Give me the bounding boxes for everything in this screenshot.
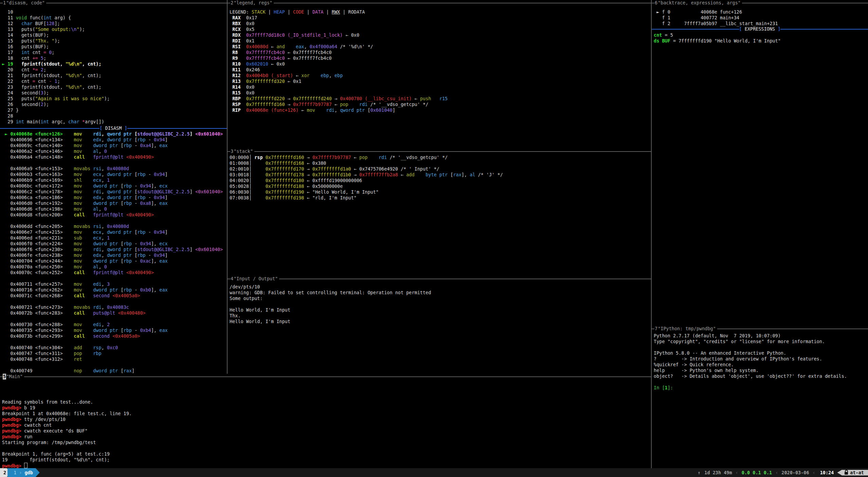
pane-number: 1 xyxy=(3,0,6,6)
expressions-section-label: EXPRESSIONS xyxy=(745,26,775,32)
pane-legend-regs[interactable]: 2"legend, regs" LEGEND: STACK | HEAP | C… xyxy=(228,0,651,148)
source-code-listing: 10 11 void func(int arg) { 12 char BUF[1… xyxy=(2,9,227,125)
gdb-console-output: Reading symbols from test...done.pwndbg>… xyxy=(2,399,651,468)
status-separator-icon: ‹ xyxy=(774,470,779,476)
uptime-arrow-icon: ↑ xyxy=(695,470,702,476)
pane-title: "IPython: tmp/pwndbg" xyxy=(658,326,717,332)
backtrace-frames: ► f 0 40068e func+126 f 1 400772 main+34… xyxy=(654,9,868,26)
status-time: 10:24 xyxy=(817,470,837,476)
disasm-section-divider: [ DISASM ] xyxy=(0,125,227,131)
pane-title: "stack" xyxy=(234,148,254,154)
status-separator-icon: ‹ xyxy=(811,470,817,476)
pane-number: 7 xyxy=(654,326,658,332)
pane-ipython[interactable]: 7"IPython: tmp/pwndbg" Python 2.7.17 (de… xyxy=(652,326,868,468)
pane-border-backtrace: 6"backtrace, expressions, args" xyxy=(652,0,868,6)
tmux-status-bar: 2 1›gdb ↑ 1d 23h 49m ‹ 0.0 0.1 0.1 ‹ 202… xyxy=(0,468,868,477)
pane-border-ipython: 7"IPython: tmp/pwndbg" xyxy=(652,326,868,332)
pane-divider-vertical-left[interactable] xyxy=(227,0,228,374)
pane-title: "Input / Output" xyxy=(234,276,279,282)
active-pane-number: 5 xyxy=(3,374,6,379)
disassembly-listing: ► 0x40068e <func+126> mov rdi, qword ptr… xyxy=(2,131,227,374)
status-separator-icon: ‹ xyxy=(734,470,740,476)
lock-icon xyxy=(845,472,848,475)
tmux-window-tab-gdb[interactable]: 1›gdb xyxy=(7,468,40,477)
pane-number: 4 xyxy=(230,276,234,282)
stack-listing: 00:0000│ rsp 0x7fffffffd160 → 0x7ffff7b9… xyxy=(230,155,651,201)
pane-main-gdb-console[interactable]: 5"Main" Reading symbols from test...done… xyxy=(0,374,651,468)
uptime-value: 1d 23h 49m xyxy=(702,470,734,476)
status-date: 2020-03-06 xyxy=(779,470,811,476)
load-average: 0.0 0.1 0.1 xyxy=(740,470,774,476)
program-io-output: /dev/pts/10warning: GDB: Failed to set c… xyxy=(230,284,651,324)
window-name: gdb xyxy=(24,470,33,476)
pane-title: "disasm, code" xyxy=(6,0,46,6)
registers-listing: LEGEND: STACK | HEAP | CODE | DATA | RWX… xyxy=(230,9,651,113)
pane-border-legend-regs: 2"legend, regs" xyxy=(228,0,651,6)
pane-number: 2 xyxy=(230,0,234,6)
pane-title: "backtrace, expressions, args" xyxy=(658,0,742,6)
pane-border-stack: 3"stack" xyxy=(228,148,651,154)
window-separator-icon: › xyxy=(16,470,24,476)
pane-number: 3 xyxy=(230,148,234,154)
window-index: 1 xyxy=(14,470,16,476)
pane-input-output[interactable]: 4"Input / Output" /dev/pts/10warning: GD… xyxy=(228,276,651,374)
pane-backtrace-expressions[interactable]: 6"backtrace, expressions, args" ► f 0 40… xyxy=(652,0,868,326)
hostname: at-at xyxy=(850,470,864,476)
session-name: 2 xyxy=(3,470,6,476)
pane-title: "Main" xyxy=(6,374,24,379)
pane-divider-vertical-right[interactable] xyxy=(651,0,652,468)
tmux-terminal-screen: 1"disasm, code" 10 11 void func(int arg)… xyxy=(0,0,868,477)
pane-border-main: 5"Main" xyxy=(0,374,651,379)
pane-stack[interactable]: 3"stack" 00:0000│ rsp 0x7fffffffd160 → 0… xyxy=(228,148,651,276)
disasm-section-label: DISASM xyxy=(105,125,122,131)
pane-border-input-output: 4"Input / Output" xyxy=(228,276,651,282)
watched-expressions: cnt = 5ds BUF = 7fffffffd190 "Hello Worl… xyxy=(654,32,868,44)
pane-border-disasm-code: 1"disasm, code" xyxy=(0,0,227,6)
ipython-banner-and-prompt: Python 2.7.17 (default, Nov 7 2019, 10:0… xyxy=(654,333,868,391)
expressions-section-divider: [ EXPRESSIONS ] xyxy=(652,26,868,32)
pane-number: 6 xyxy=(654,0,658,6)
pane-disasm-code[interactable]: 1"disasm, code" 10 11 void func(int arg)… xyxy=(0,0,227,374)
pane-title: "legend, regs" xyxy=(234,0,274,6)
hostname-badge: at-at xyxy=(837,470,868,476)
